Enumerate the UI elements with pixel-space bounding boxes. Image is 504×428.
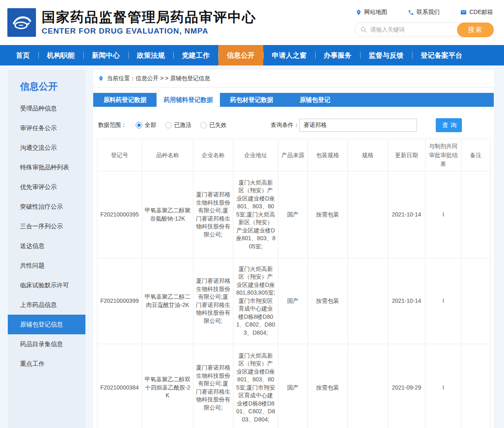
table-cell: 厦门赛诺邦格生物科技股份有限公司;厦门赛诺邦格生物科技股份有限公司;: [193, 344, 233, 428]
nav-item-6[interactable]: 申请人之窗: [263, 45, 315, 65]
table-cell: 甲氧基聚乙二醇二肉豆蔻酰甘油-2K: [142, 258, 193, 344]
table-cell: [348, 258, 388, 344]
table-cell: [461, 171, 491, 258]
column-header: 登记号: [97, 139, 142, 171]
sidebar-item-7[interactable]: 送达信息: [8, 236, 85, 256]
column-header: 备注: [461, 139, 491, 171]
column-header: 企业名称: [193, 139, 233, 171]
scope-option-0[interactable]: 全部: [136, 122, 156, 129]
tab-1[interactable]: 药用辅料登记数据: [157, 93, 220, 107]
quick-link-label: 网站地图: [364, 9, 387, 16]
search-icon: [360, 26, 367, 33]
query-button[interactable]: 查询: [436, 118, 462, 132]
header-right: 网站地图 联系我们 CDE邮箱 搜索: [355, 9, 494, 36]
radio-unchecked-icon[interactable]: [165, 122, 172, 128]
scope-option-2[interactable]: 已失效: [200, 122, 226, 129]
quick-link-mail[interactable]: CDE邮箱: [460, 9, 493, 16]
site-header: 国家药品监督管理局药品审评中心 CENTER FOR DRUG EVALUATI…: [0, 0, 504, 45]
table-cell: [348, 171, 388, 258]
sidebar-item-5[interactable]: 突破性治疗公示: [8, 197, 85, 216]
nav-item-2[interactable]: 新闻中心: [83, 45, 128, 65]
sidebar-item-12[interactable]: 药品目录集信息: [8, 334, 85, 354]
column-header: 规格: [348, 139, 388, 171]
tab-2[interactable]: 药包材登记数据: [220, 93, 283, 107]
quick-link-contact[interactable]: 联系我们: [408, 9, 439, 16]
scope-option-1[interactable]: 已激活: [165, 122, 191, 129]
sidebar-item-8[interactable]: 共性问题: [8, 256, 85, 275]
column-header: 包装规格: [308, 139, 348, 171]
table-cell: 国产: [278, 344, 308, 428]
table-cell: 2021-09-29: [388, 344, 426, 428]
radio-checked-icon[interactable]: [136, 122, 142, 128]
table-cell: F20210000395: [97, 171, 142, 258]
table-head: 登记号品种名称企业名称企业地址产品来源包装规格规格更新日期与制剂共同审批审批结果…: [97, 139, 491, 171]
site-titles: 国家药品监督管理局药品审评中心 CENTER FOR DRUG EVALUATI…: [42, 9, 256, 36]
table-row: F20210000395甲氧基聚乙二醇聚谷氨酸钠-12K厦门赛诺邦格生物科技股份…: [97, 171, 491, 258]
query-input[interactable]: [299, 119, 417, 132]
sidebar: 信息公开 受理品种信息审评任务公示沟通交流公示特殊审批品种列表优先审评公示突破性…: [8, 70, 85, 428]
quick-links: 网站地图 联系我们 CDE邮箱: [355, 9, 494, 16]
table-cell: 厦门火炬高新区（翔安）产业区建业楼D座801、803、805室;厦门火炬高新区（…: [233, 171, 278, 258]
sidebar-item-11[interactable]: 原辅包登记信息: [8, 315, 85, 334]
sidebar-item-6[interactable]: 三合一序列公示: [8, 216, 85, 236]
table-header-row: 登记号品种名称企业名称企业地址产品来源包装规格规格更新日期与制剂共同审批审批结果…: [97, 139, 491, 171]
nav-item-7[interactable]: 办事服务: [315, 45, 360, 65]
table-cell: 甲氧基聚乙二醇双十四烷基乙酰胺-2K: [142, 344, 193, 428]
breadcrumb-text: 当前位置：信息公开 > > 原辅包登记信息: [107, 75, 210, 82]
nav-item-8[interactable]: 监督与反馈: [360, 45, 412, 65]
table-row: F20210000399甲氧基聚乙二醇二肉豆蔻酰甘油-2K厦门赛诺邦格生物科技股…: [97, 258, 491, 344]
results-table: 登记号品种名称企业名称企业地址产品来源包装规格规格更新日期与制剂共同审批审批结果…: [97, 139, 491, 428]
sidebar-item-1[interactable]: 审评任务公示: [8, 118, 85, 138]
sidebar-title: 信息公开: [8, 70, 85, 99]
phone-icon: [408, 9, 414, 16]
table-cell: 2021-10-14: [388, 258, 426, 344]
page: 国家药品监督管理局药品审评中心 CENTER FOR DRUG EVALUATI…: [0, 0, 504, 428]
sidebar-item-2[interactable]: 沟通交流公示: [8, 138, 85, 158]
quick-link-label: 联系我们: [417, 9, 439, 16]
table-cell: 国产: [278, 171, 308, 258]
sidebar-item-10[interactable]: 上市药品信息: [8, 295, 85, 315]
scope-label: 数据范围：: [98, 122, 127, 129]
sidebar-item-13[interactable]: 重点工作: [8, 354, 85, 374]
mail-icon: [460, 9, 467, 16]
site-title-en: CENTER FOR DRUG EVALUATION, NMPA: [42, 27, 256, 36]
nav-item-9[interactable]: 登记备案平台: [412, 45, 471, 65]
column-header: 产品来源: [278, 139, 308, 171]
location-pin-icon: [98, 76, 104, 81]
sidebar-item-3[interactable]: 特殊审批品种列表: [8, 158, 85, 177]
table-cell: 甲氧基聚乙二醇聚谷氨酸钠-12K: [142, 171, 193, 258]
table-cell: I: [426, 344, 461, 428]
table-cell: 按需包装: [308, 344, 348, 428]
sidebar-item-9[interactable]: 临床试验默示许可: [8, 275, 85, 295]
sidebar-item-4[interactable]: 优先审评公示: [8, 177, 85, 197]
table-cell: 2021-10-14: [388, 171, 426, 258]
table-cell: [348, 344, 388, 428]
site-title-cn: 国家药品监督管理局药品审评中心: [42, 9, 256, 25]
table-wrap: 登记号品种名称企业名称企业地址产品来源包装规格规格更新日期与制剂共同审批审批结果…: [97, 139, 490, 428]
nav-item-4[interactable]: 党建工作: [173, 45, 218, 65]
nav-item-5[interactable]: 信息公开: [218, 45, 263, 65]
table-cell: 按需包装: [308, 258, 348, 344]
quick-link-sitemap[interactable]: 网站地图: [356, 9, 387, 16]
scope-option-label: 已失效: [209, 122, 226, 129]
table-cell: [461, 258, 491, 344]
sidebar-item-0[interactable]: 受理品种信息: [8, 99, 85, 118]
nav-item-3[interactable]: 政策法规: [128, 45, 173, 65]
body-area: 信息公开 受理品种信息审评任务公示沟通交流公示特殊审批品种列表优先审评公示突破性…: [0, 65, 504, 428]
tab-0[interactable]: 原料药登记数据: [93, 93, 157, 107]
table-cell: 厦门火炬高新区（翔安）产业区建业楼D座801,803,805室;厦门市翔安区育成…: [233, 258, 278, 344]
main-content: 当前位置：信息公开 > > 原辅包登记信息 原料药登记数据药用辅料登记数据药包材…: [93, 70, 494, 428]
table-row: F20210000384甲氧基聚乙二醇双十四烷基乙酰胺-2K厦门赛诺邦格生物科技…: [97, 344, 491, 428]
tab-3[interactable]: 原辅包登记: [283, 93, 347, 107]
radio-unchecked-icon[interactable]: [200, 122, 207, 128]
filter-row: 数据范围： 全部已激活已失效 查询条件： 查询: [93, 118, 494, 132]
table-cell: 厦门火炬高新区（翔安）产业区建业楼D座801、803、805室;厦门市翔安区育成…: [233, 344, 278, 428]
nav-item-1[interactable]: 机构职能: [38, 45, 83, 65]
table-cell: 厦门赛诺邦格生物科技股份有限公司;厦门赛诺邦格生物科技股份有限公司;: [193, 258, 233, 344]
cde-logo[interactable]: [7, 8, 36, 37]
breadcrumb: 当前位置：信息公开 > > 原辅包登记信息: [93, 70, 494, 88]
nav-item-0[interactable]: 首页: [7, 45, 38, 65]
column-header: 与制剂共同审批审批结果: [426, 139, 461, 171]
header-search-button[interactable]: 搜索: [457, 23, 494, 37]
table-cell: 国产: [278, 258, 308, 344]
